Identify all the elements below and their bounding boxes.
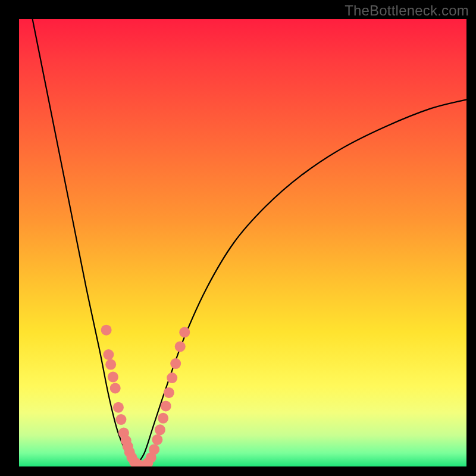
salmon-dot bbox=[158, 413, 168, 424]
salmon-dot bbox=[167, 372, 177, 383]
salmon-dot bbox=[170, 358, 181, 369]
salmon-dot bbox=[143, 458, 154, 466]
salmon-dot bbox=[123, 441, 133, 452]
salmon-dot bbox=[103, 349, 114, 360]
salmon-dot bbox=[146, 452, 156, 463]
salmon-dot bbox=[127, 452, 137, 463]
chart-frame: TheBottleneck.com bbox=[0, 0, 476, 476]
salmon-dot bbox=[110, 383, 121, 393]
salmon-dot bbox=[132, 459, 143, 466]
right-branch-curve bbox=[136, 99, 466, 466]
salmon-dot bbox=[164, 387, 174, 398]
salmon-dot bbox=[124, 447, 135, 458]
salmon-dot bbox=[152, 434, 162, 445]
plot-area bbox=[19, 19, 466, 466]
salmon-dot bbox=[115, 414, 126, 425]
curve-layer bbox=[19, 19, 466, 466]
salmon-dot bbox=[108, 372, 118, 383]
salmon-dot bbox=[179, 327, 190, 337]
salmon-dot bbox=[129, 456, 140, 466]
salmon-dot bbox=[136, 460, 146, 466]
left-branch-curve bbox=[33, 19, 136, 466]
salmon-dot bbox=[161, 400, 171, 411]
salmon-dot bbox=[149, 444, 159, 455]
salmon-dot bbox=[113, 402, 124, 413]
salmon-dot bbox=[121, 435, 131, 446]
salmon-dot bbox=[139, 460, 150, 466]
salmon-dot bbox=[118, 428, 129, 439]
salmon-dot bbox=[155, 424, 165, 435]
watermark-text: TheBottleneck.com bbox=[345, 2, 469, 19]
salmon-dot bbox=[101, 325, 112, 336]
salmon-dot bbox=[175, 341, 186, 352]
salmon-dot-cluster bbox=[101, 325, 190, 466]
salmon-dot bbox=[105, 359, 116, 370]
